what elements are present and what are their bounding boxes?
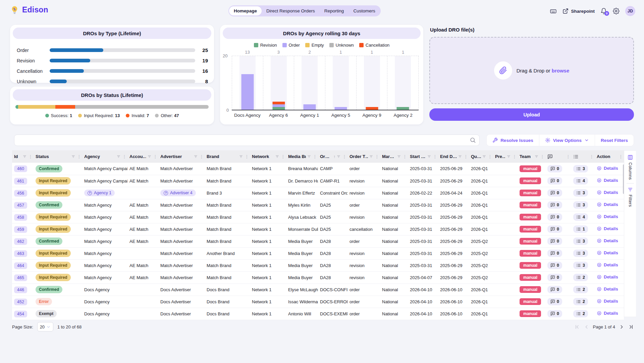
items-count-button[interactable]: 3: [573, 201, 588, 209]
items-count-button[interactable]: 2: [573, 310, 588, 317]
details-button[interactable]: Details: [597, 299, 618, 304]
column-header-action[interactable]: Action⋮: [595, 150, 624, 163]
id-pill[interactable]: 446: [14, 287, 27, 293]
comments-count-button[interactable]: 0: [547, 298, 562, 305]
column-header-quarter[interactable]: Qu…⋮: [469, 150, 493, 163]
first-page-button[interactable]: [574, 324, 580, 330]
column-menu-icon[interactable]: ⋮: [374, 154, 379, 159]
id-pill[interactable]: 460: [14, 165, 27, 172]
column-menu-icon[interactable]: ⋮: [280, 154, 285, 159]
column-filter-icon[interactable]: [275, 154, 279, 159]
agency-link-pill[interactable]: ?Agency 1: [84, 190, 115, 196]
items-count-button[interactable]: 2: [573, 298, 588, 305]
details-button[interactable]: Details: [597, 262, 618, 267]
items-count-button[interactable]: 3: [573, 250, 588, 257]
details-button[interactable]: Details: [597, 274, 618, 279]
items-count-button[interactable]: 2: [573, 286, 588, 293]
page-size-select[interactable]: 20: [37, 322, 53, 331]
prev-page-button[interactable]: [584, 324, 589, 330]
column-filter-icon[interactable]: [458, 154, 462, 159]
notifications-button[interactable]: 0: [600, 8, 607, 14]
column-filter-icon[interactable]: [239, 154, 243, 159]
id-pill[interactable]: 454: [14, 311, 27, 317]
reset-filters-button[interactable]: Reset Filters: [595, 135, 634, 146]
column-filter-icon[interactable]: [194, 154, 198, 159]
column-menu-icon[interactable]: ⋮: [618, 154, 623, 159]
comments-count-button[interactable]: 0: [547, 213, 562, 221]
tab-direct-response-orders[interactable]: Direct Response Orders: [262, 6, 320, 15]
id-pill[interactable]: 463: [14, 250, 27, 257]
items-count-button[interactable]: 3: [573, 238, 588, 245]
column-header-order_type[interactable]: Order T…⋮: [347, 150, 380, 163]
column-filter-icon[interactable]: [397, 154, 401, 159]
column-menu-icon[interactable]: ⋮: [244, 154, 249, 159]
tab-homepage[interactable]: Homepage: [229, 6, 262, 15]
column-header-media_buyer[interactable]: Media Bu…⋮: [286, 150, 318, 163]
details-button[interactable]: Details: [597, 190, 618, 195]
column-menu-icon[interactable]: ⋮: [463, 154, 468, 159]
items-count-button[interactable]: 4: [573, 177, 588, 185]
avatar[interactable]: JD: [625, 6, 635, 16]
id-pill[interactable]: 458: [14, 214, 27, 221]
column-menu-icon[interactable]: ⋮: [342, 154, 346, 159]
browse-link[interactable]: browse: [552, 68, 570, 73]
column-menu-icon[interactable]: ⋮: [432, 154, 437, 159]
id-pill[interactable]: 457: [14, 202, 27, 209]
column-header-order[interactable]: Or…↑⋮: [318, 150, 347, 163]
column-header-comments[interactable]: ⋮: [545, 150, 571, 163]
items-count-button[interactable]: 3: [573, 189, 588, 197]
column-filter-icon[interactable]: [369, 154, 373, 159]
details-button[interactable]: Details: [597, 238, 618, 243]
column-menu-icon[interactable]: ⋮: [76, 154, 81, 159]
id-pill[interactable]: 459: [14, 226, 27, 233]
comments-count-button[interactable]: 0: [547, 274, 562, 281]
search-input[interactable]: [14, 135, 480, 146]
column-menu-icon[interactable]: ⋮: [566, 154, 570, 159]
sharepoint-link[interactable]: Sharepoint: [562, 8, 595, 14]
column-filter-icon[interactable]: [147, 154, 152, 159]
column-menu-icon[interactable]: ⋮: [402, 154, 407, 159]
column-header-status[interactable]: Status⋮: [34, 150, 82, 163]
column-filter-icon[interactable]: [427, 154, 431, 159]
id-pill[interactable]: 462: [14, 238, 27, 245]
tab-customers[interactable]: Customers: [348, 6, 380, 15]
column-menu-icon[interactable]: ⋮: [122, 154, 126, 159]
column-menu-icon[interactable]: ⋮: [199, 154, 204, 159]
column-header-end[interactable]: End D…⋮: [438, 150, 469, 163]
comments-count-button[interactable]: 0: [547, 165, 562, 172]
column-header-pre[interactable]: Pre…⋮: [493, 150, 518, 163]
keyboard-shortcuts-icon[interactable]: [550, 8, 557, 15]
column-menu-icon[interactable]: ⋮: [487, 154, 492, 159]
column-header-network[interactable]: Network⋮: [250, 150, 286, 163]
advertiser-link-pill[interactable]: ?Advertiser 4: [160, 190, 196, 196]
column-header-market[interactable]: Mar…⋮: [380, 150, 408, 163]
details-button[interactable]: Details: [597, 250, 618, 255]
column-filter-icon[interactable]: [336, 154, 341, 159]
details-button[interactable]: Details: [597, 214, 618, 219]
id-pill[interactable]: 464: [14, 262, 27, 269]
details-button[interactable]: Details: [597, 226, 618, 231]
items-count-button[interactable]: 3: [573, 165, 588, 172]
column-header-items[interactable]: ⋮: [571, 150, 595, 163]
next-page-button[interactable]: [619, 324, 625, 330]
column-filter-icon[interactable]: [71, 154, 75, 159]
tab-reporting[interactable]: Reporting: [320, 6, 349, 15]
details-button[interactable]: Details: [597, 287, 618, 292]
column-menu-icon[interactable]: ⋮: [589, 154, 594, 159]
settings-gear-icon[interactable]: [613, 8, 620, 14]
column-filter-icon[interactable]: [307, 154, 311, 159]
id-pill[interactable]: 452: [14, 299, 27, 305]
column-filter-icon[interactable]: [506, 154, 511, 159]
column-menu-icon[interactable]: ⋮: [28, 154, 33, 159]
column-header-advertiser[interactable]: Advertiser⋮: [158, 150, 205, 163]
file-dropzone[interactable]: Drag & Drop or browse: [429, 37, 634, 104]
column-menu-icon[interactable]: ⋮: [153, 154, 157, 159]
comments-count-button[interactable]: 0: [547, 201, 562, 209]
last-page-button[interactable]: [628, 324, 634, 330]
column-filter-icon[interactable]: [534, 154, 539, 159]
column-header-brand[interactable]: Brand⋮: [205, 150, 250, 163]
view-options-button[interactable]: View Options: [539, 135, 595, 146]
id-pill[interactable]: 461: [14, 178, 27, 185]
column-filter-icon[interactable]: [116, 154, 121, 159]
details-button[interactable]: Details: [597, 311, 618, 316]
